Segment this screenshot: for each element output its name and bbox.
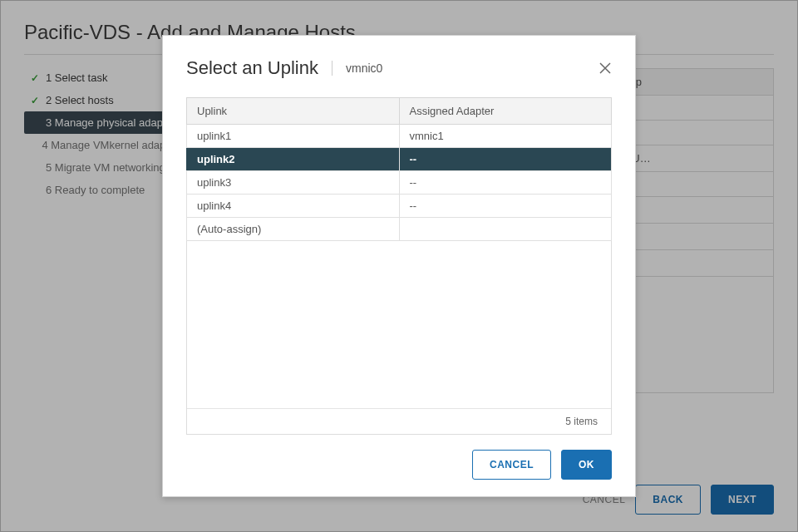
uplink-row[interactable]: uplink2 -- [187,148,612,171]
cancel-button[interactable]: CANCEL [472,450,551,480]
modal-footer: CANCEL OK [186,435,612,480]
uplink-cell: (Auto-assign) [187,218,400,241]
modal-header: Select an Uplink vmnic0 [186,57,612,79]
select-uplink-modal: Select an Uplink vmnic0 Uplink Assigned … [162,35,636,497]
modal-subject: vmnic0 [346,62,382,75]
uplink-cell: uplink2 [187,148,400,171]
uplink-row[interactable]: uplink1 vmnic1 [187,125,612,148]
uplink-row[interactable]: uplink4 -- [187,195,612,218]
divider [332,61,332,76]
uplink-list-body: 5 items [186,241,612,435]
adapter-cell: -- [399,195,612,218]
list-footer: 5 items [187,408,611,434]
uplink-row[interactable]: uplink3 -- [187,171,612,195]
modal-title: Select an Uplink [186,57,318,79]
adapter-cell: vmnic1 [399,125,612,148]
adapter-cell: -- [399,171,612,195]
adapter-cell: -- [399,148,612,171]
adapter-cell [399,218,612,241]
uplink-cell: uplink1 [187,125,400,148]
col-adapter: Assigned Adapter [399,98,612,125]
uplink-row[interactable]: (Auto-assign) [187,218,612,241]
uplink-table: Uplink Assigned Adapter uplink1 vmnic1 u… [186,97,612,241]
uplink-cell: uplink3 [187,171,400,195]
col-uplink: Uplink [187,98,400,125]
uplink-cell: uplink4 [187,195,400,218]
close-icon[interactable] [598,62,612,75]
ok-button[interactable]: OK [561,450,612,480]
